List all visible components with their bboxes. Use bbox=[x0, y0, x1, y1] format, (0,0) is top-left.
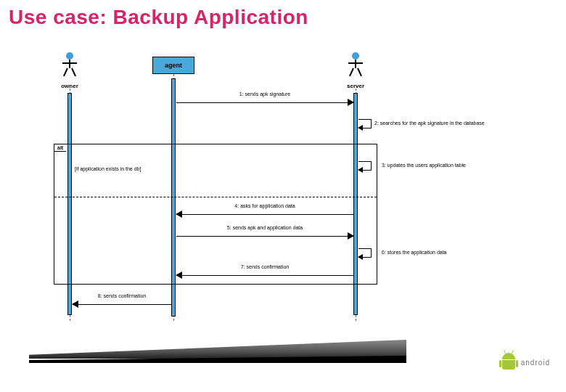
android-wordmark: android bbox=[521, 359, 550, 367]
person-icon bbox=[347, 52, 364, 81]
message-8-label: 8: sends confirmation bbox=[73, 293, 171, 298]
message-2-label: 2: searches for the apk signature in the… bbox=[374, 121, 485, 126]
alt-separator bbox=[54, 197, 377, 197]
message-1: 1: sends apk signature bbox=[176, 97, 353, 107]
actor-owner: owner bbox=[48, 52, 91, 89]
message-3-arrow bbox=[358, 161, 372, 171]
sequence-diagram: owner agent server 1: sends apk signatur… bbox=[44, 52, 522, 328]
message-7: 7: sends confirmation bbox=[176, 270, 353, 280]
alt-tag: alt bbox=[54, 144, 68, 152]
message-1-label: 1: sends apk signature bbox=[176, 91, 353, 97]
person-icon bbox=[61, 52, 78, 81]
android-brand: android bbox=[501, 353, 550, 372]
alt-guard: [if application exists in the db] bbox=[75, 166, 141, 171]
message-7-label: 7: sends confirmation bbox=[176, 264, 353, 269]
message-4: 4: asks for application data bbox=[176, 209, 353, 219]
message-5: 5: sends apk and application data bbox=[176, 231, 353, 241]
decorative-wedge bbox=[29, 340, 406, 359]
message-5-label: 5: sends apk and application data bbox=[176, 225, 353, 230]
message-4-label: 4: asks for application data bbox=[176, 203, 353, 208]
actor-server: server bbox=[334, 52, 377, 89]
message-6-label: 6: stores the application data bbox=[382, 250, 447, 255]
message-3-label: 3: updates the users application table bbox=[382, 163, 466, 168]
message-6-arrow bbox=[358, 248, 372, 258]
page-title: Use case: Backup Application bbox=[9, 6, 308, 29]
message-2-arrow bbox=[358, 119, 372, 129]
message-8: 8: sends confirmation bbox=[73, 299, 171, 309]
android-icon bbox=[501, 353, 517, 372]
participant-agent: agent bbox=[152, 57, 194, 74]
participant-agent-label: agent bbox=[165, 62, 182, 69]
